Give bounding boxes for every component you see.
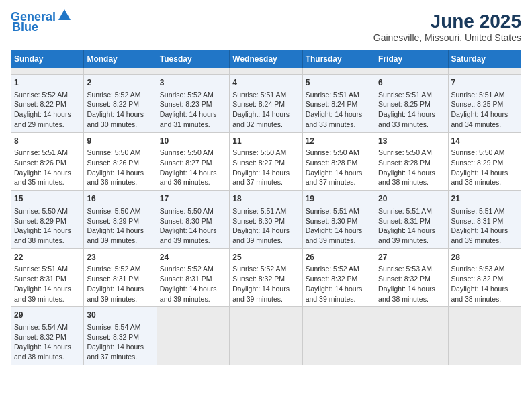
daylight-info: Daylight: 14 hours and 39 minutes. bbox=[87, 284, 153, 304]
sunset-info: Sunset: 8:32 PM bbox=[306, 274, 372, 284]
header-day-thursday: Thursday bbox=[302, 50, 375, 68]
daylight-info: Daylight: 14 hours and 38 minutes. bbox=[378, 168, 445, 187]
day-number: 18 bbox=[232, 193, 299, 205]
sunset-info: Sunset: 8:25 PM bbox=[451, 99, 518, 109]
sunset-info: Sunset: 8:22 PM bbox=[87, 99, 153, 109]
day-number: 8 bbox=[14, 136, 81, 147]
sunset-info: Sunset: 8:32 PM bbox=[378, 274, 445, 284]
day-number: 17 bbox=[160, 193, 226, 205]
sunrise-info: Sunrise: 5:51 AM bbox=[14, 264, 81, 274]
sunrise-info: Sunrise: 5:51 AM bbox=[14, 148, 81, 158]
day-number: 3 bbox=[160, 77, 226, 89]
calendar-header: SundayMondayTuesdayWednesdayThursdayFrid… bbox=[11, 50, 521, 68]
day-number: 5 bbox=[306, 77, 372, 89]
day-number: 16 bbox=[87, 193, 153, 205]
daylight-info: Daylight: 14 hours and 38 minutes. bbox=[451, 168, 518, 187]
sunset-info: Sunset: 8:31 PM bbox=[378, 216, 445, 226]
daylight-info: Daylight: 14 hours and 39 minutes. bbox=[232, 226, 299, 245]
daylight-info: Daylight: 14 hours and 35 minutes. bbox=[14, 168, 81, 187]
sunrise-info: Sunrise: 5:52 AM bbox=[87, 264, 153, 274]
title-block: June 2025 Gainesville, Missouri, United … bbox=[373, 11, 521, 43]
svg-marker-0 bbox=[58, 9, 71, 20]
calendar-cell: 22Sunrise: 5:51 AMSunset: 8:31 PMDayligh… bbox=[11, 248, 84, 307]
logo-icon bbox=[57, 8, 72, 23]
daylight-info: Daylight: 14 hours and 30 minutes. bbox=[87, 109, 153, 129]
sunrise-info: Sunrise: 5:51 AM bbox=[232, 90, 299, 100]
calendar-cell: 1Sunrise: 5:52 AMSunset: 8:22 PMDaylight… bbox=[11, 75, 84, 133]
daylight-info: Daylight: 14 hours and 37 minutes. bbox=[87, 342, 153, 361]
daylight-info: Daylight: 14 hours and 37 minutes. bbox=[232, 168, 299, 187]
day-number: 10 bbox=[160, 136, 226, 147]
day-number: 24 bbox=[160, 252, 226, 263]
sunset-info: Sunset: 8:28 PM bbox=[306, 158, 372, 168]
sunrise-info: Sunrise: 5:50 AM bbox=[160, 148, 226, 158]
sunset-info: Sunset: 8:26 PM bbox=[14, 158, 81, 168]
day-number: 26 bbox=[306, 252, 372, 263]
day-number: 7 bbox=[451, 77, 518, 89]
calendar-cell: 13Sunrise: 5:50 AMSunset: 8:28 PMDayligh… bbox=[375, 132, 448, 191]
sunrise-info: Sunrise: 5:52 AM bbox=[160, 264, 226, 274]
logo-blue: Blue bbox=[12, 20, 38, 34]
sunrise-info: Sunrise: 5:51 AM bbox=[378, 90, 445, 100]
calendar-cell bbox=[230, 68, 302, 75]
day-number: 1 bbox=[14, 77, 81, 89]
calendar-cell: 25Sunrise: 5:52 AMSunset: 8:32 PMDayligh… bbox=[230, 248, 302, 307]
calendar-cell: 2Sunrise: 5:52 AMSunset: 8:22 PMDaylight… bbox=[84, 75, 157, 133]
calendar-cell: 8Sunrise: 5:51 AMSunset: 8:26 PMDaylight… bbox=[11, 132, 84, 191]
day-number: 28 bbox=[451, 252, 518, 263]
sunset-info: Sunset: 8:30 PM bbox=[306, 216, 372, 226]
day-number: 21 bbox=[451, 193, 518, 205]
sunset-info: Sunset: 8:25 PM bbox=[378, 99, 445, 109]
sunset-info: Sunset: 8:29 PM bbox=[87, 216, 153, 226]
calendar-cell: 29Sunrise: 5:54 AMSunset: 8:32 PMDayligh… bbox=[11, 307, 84, 365]
calendar-cell: 20Sunrise: 5:51 AMSunset: 8:31 PMDayligh… bbox=[375, 191, 448, 249]
sunset-info: Sunset: 8:23 PM bbox=[160, 99, 226, 109]
daylight-info: Daylight: 14 hours and 31 minutes. bbox=[160, 109, 226, 129]
header-day-friday: Friday bbox=[375, 50, 448, 68]
sunrise-info: Sunrise: 5:50 AM bbox=[87, 148, 153, 158]
day-number: 23 bbox=[87, 252, 153, 263]
sunrise-info: Sunrise: 5:51 AM bbox=[232, 206, 299, 216]
sunrise-info: Sunrise: 5:52 AM bbox=[160, 90, 226, 100]
sunset-info: Sunset: 8:24 PM bbox=[232, 99, 299, 109]
daylight-info: Daylight: 14 hours and 39 minutes. bbox=[378, 226, 445, 245]
sunrise-info: Sunrise: 5:53 AM bbox=[378, 264, 445, 274]
calendar-cell bbox=[375, 68, 448, 75]
sunset-info: Sunset: 8:22 PM bbox=[14, 99, 81, 109]
calendar-cell bbox=[375, 307, 448, 365]
day-number: 30 bbox=[87, 310, 153, 321]
sunset-info: Sunset: 8:31 PM bbox=[14, 274, 81, 284]
sunrise-info: Sunrise: 5:51 AM bbox=[451, 206, 518, 216]
week-row-4: 22Sunrise: 5:51 AMSunset: 8:31 PMDayligh… bbox=[11, 248, 521, 307]
daylight-info: Daylight: 14 hours and 33 minutes. bbox=[306, 109, 372, 129]
calendar-cell bbox=[302, 307, 375, 365]
calendar-cell: 4Sunrise: 5:51 AMSunset: 8:24 PMDaylight… bbox=[230, 75, 302, 133]
calendar-cell: 14Sunrise: 5:50 AMSunset: 8:29 PMDayligh… bbox=[448, 132, 521, 191]
daylight-info: Daylight: 14 hours and 33 minutes. bbox=[378, 109, 445, 129]
header-day-saturday: Saturday bbox=[448, 50, 521, 68]
day-number: 6 bbox=[378, 77, 445, 89]
calendar-cell: 12Sunrise: 5:50 AMSunset: 8:28 PMDayligh… bbox=[302, 132, 375, 191]
daylight-info: Daylight: 14 hours and 39 minutes. bbox=[306, 284, 372, 304]
sunrise-info: Sunrise: 5:50 AM bbox=[232, 148, 299, 158]
daylight-info: Daylight: 14 hours and 38 minutes. bbox=[14, 226, 81, 245]
calendar-cell bbox=[157, 307, 229, 365]
day-number: 20 bbox=[378, 193, 445, 205]
sunset-info: Sunset: 8:28 PM bbox=[378, 158, 445, 168]
day-number: 15 bbox=[14, 193, 81, 205]
daylight-info: Daylight: 14 hours and 39 minutes. bbox=[87, 226, 153, 245]
calendar-cell bbox=[302, 68, 375, 75]
sunrise-info: Sunrise: 5:52 AM bbox=[87, 90, 153, 100]
daylight-info: Daylight: 14 hours and 37 minutes. bbox=[306, 168, 372, 187]
calendar-cell bbox=[448, 307, 521, 365]
daylight-info: Daylight: 14 hours and 32 minutes. bbox=[232, 109, 299, 129]
day-number: 11 bbox=[232, 136, 299, 147]
sunset-info: Sunset: 8:32 PM bbox=[14, 332, 81, 342]
sunset-info: Sunset: 8:24 PM bbox=[306, 99, 372, 109]
calendar-cell bbox=[230, 307, 302, 365]
daylight-info: Daylight: 14 hours and 38 minutes. bbox=[14, 342, 81, 361]
daylight-info: Daylight: 14 hours and 34 minutes. bbox=[451, 109, 518, 129]
sunrise-info: Sunrise: 5:52 AM bbox=[306, 264, 372, 274]
daylight-info: Daylight: 14 hours and 39 minutes. bbox=[160, 284, 226, 304]
calendar-cell: 30Sunrise: 5:54 AMSunset: 8:32 PMDayligh… bbox=[84, 307, 157, 365]
